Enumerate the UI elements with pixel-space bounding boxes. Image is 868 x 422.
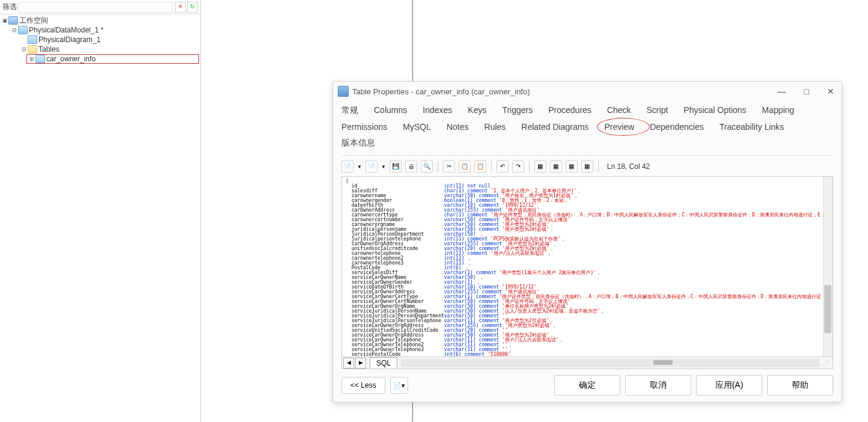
refresh-icon[interactable]: ↻ xyxy=(187,2,198,13)
expand-icon[interactable]: ⊞ xyxy=(28,56,35,62)
tree-model[interactable]: ⊟ PhysicalDataModel_1 * xyxy=(1,25,199,35)
diagram-icon xyxy=(28,35,37,44)
tree-tables-folder[interactable]: ⊟ Tables xyxy=(1,44,199,54)
tree-label: 工作空间 xyxy=(19,16,48,26)
tree-panel: 筛选 ✕ ↻ ▣ 工作空间 ⊟ PhysicalDataModel_1 * Ph… xyxy=(0,0,201,422)
folder-icon xyxy=(28,45,37,54)
horizontal-scrollbar[interactable] xyxy=(401,359,819,367)
less-button[interactable]: << Less xyxy=(341,377,385,394)
dialog-titlebar[interactable]: Table Properties - car_owner_info (car_o… xyxy=(333,82,842,101)
cursor-position: Ln 18, Col 42 xyxy=(607,162,650,171)
tab-mysql[interactable]: MySQL xyxy=(403,120,431,133)
tab-script[interactable]: Script xyxy=(647,103,668,118)
tool-opt2-icon[interactable]: ▦ xyxy=(550,161,562,173)
tool-print-icon[interactable]: 🖨 xyxy=(405,161,417,173)
help-button[interactable]: 帮助 xyxy=(767,375,833,396)
tab-rules[interactable]: Rules xyxy=(484,120,506,133)
dialog-title: Table Properties - car_owner_info (car_o… xyxy=(352,87,775,96)
apply-button[interactable]: 应用(A) xyxy=(696,375,762,396)
tool-new-icon[interactable]: 📄 xyxy=(365,161,377,173)
footer-tool-button[interactable]: 📄▾ xyxy=(390,377,408,394)
tab-preview[interactable]: Preview xyxy=(604,120,634,133)
tab-keys[interactable]: Keys xyxy=(468,103,486,118)
model-icon xyxy=(18,26,28,34)
tool-opt3-icon[interactable]: ▦ xyxy=(566,161,578,173)
tool-cut-icon[interactable]: ✂ xyxy=(443,161,455,173)
tool-copy-icon[interactable]: 📋 xyxy=(459,161,471,173)
tab-常规[interactable]: 常规 xyxy=(341,103,358,118)
dialog-footer: << Less 📄▾ 确定 取消 应用(A) 帮助 xyxy=(333,369,842,402)
tool-print-icon[interactable]: 📄 xyxy=(341,161,353,173)
tree-label: Tables xyxy=(38,45,60,54)
tool-opt1-icon[interactable]: ▦ xyxy=(534,161,546,173)
tab-prev-button[interactable]: ◀ xyxy=(343,358,354,368)
sql-tab[interactable]: SQL xyxy=(370,357,397,368)
table-properties-dialog: Table Properties - car_owner_info (car_o… xyxy=(332,81,842,402)
code-tabstrip: ◀ ▶ SQL ⋰ xyxy=(342,356,833,368)
cancel-button[interactable]: 取消 xyxy=(625,375,691,396)
filter-input[interactable] xyxy=(18,2,173,13)
tool-opt4-icon[interactable]: ▦ xyxy=(581,161,593,173)
tree-table-car-owner-info[interactable]: ⊞ car_owner_info xyxy=(26,54,199,64)
tab-traceability-links[interactable]: Traceability Links xyxy=(720,120,784,133)
sql-preview-area: ( id int(11) not null salesdiff char(1) … xyxy=(341,176,833,369)
tree-diagram[interactable]: PhysicalDiagram_1 xyxy=(1,35,199,44)
tab-notes[interactable]: Notes xyxy=(447,120,469,133)
collapse-icon[interactable]: ⊟ xyxy=(20,46,28,52)
minimize-button[interactable]: — xyxy=(775,85,789,97)
filter-clear-icon[interactable]: ✕ xyxy=(175,2,186,13)
workspace-icon xyxy=(8,16,18,25)
workspace-tree[interactable]: ▣ 工作空间 ⊟ PhysicalDataModel_1 * PhysicalD… xyxy=(0,14,200,65)
tab-physical-options[interactable]: Physical Options xyxy=(683,103,746,118)
maximize-button[interactable]: □ xyxy=(802,85,811,97)
tree-label: PhysicalDataModel_1 * xyxy=(29,26,103,34)
tab-dependencies[interactable]: Dependencies xyxy=(650,120,704,133)
expand-icon[interactable]: ▣ xyxy=(1,17,8,23)
tool-redo-icon[interactable]: ↷ xyxy=(512,161,524,173)
tab-related-diagrams[interactable]: Related Diagrams xyxy=(521,120,588,133)
tab-check[interactable]: Check xyxy=(607,103,631,118)
preview-toolbar: 📄▼ 📄▼ 💾 🖨 🔍 ✂ 📋 📋 ↶ ↷ ▦ ▦ ▦ ▦ Ln 18, Col… xyxy=(341,155,833,173)
ok-button[interactable]: 确定 xyxy=(554,375,620,396)
scrollbar-thumb[interactable] xyxy=(824,285,831,333)
tab-next-button[interactable]: ▶ xyxy=(355,358,366,368)
table-icon xyxy=(35,55,45,63)
tab-mapping[interactable]: Mapping xyxy=(762,103,795,118)
close-button[interactable]: ✕ xyxy=(825,85,837,97)
resize-grip-icon[interactable]: ⋰ xyxy=(823,359,829,366)
tool-paste-icon[interactable]: 📋 xyxy=(474,161,486,173)
tab-triggers[interactable]: Triggers xyxy=(502,103,533,118)
tab-permissions[interactable]: Permissions xyxy=(341,120,387,133)
tree-root[interactable]: ▣ 工作空间 xyxy=(1,16,199,25)
filter-label: 筛选 xyxy=(2,2,17,12)
tool-find-icon[interactable]: 🔍 xyxy=(421,161,433,173)
tree-label: car_owner_info xyxy=(46,55,96,63)
tab-procedures[interactable]: Procedures xyxy=(548,103,591,118)
collapse-icon[interactable]: ⊟ xyxy=(11,27,18,33)
sql-code[interactable]: ( id int(11) not null salesdiff char(1) … xyxy=(342,177,833,356)
dialog-tabs: 常规ColumnsIndexesKeysTriggersProceduresCh… xyxy=(333,101,842,150)
tab-indexes[interactable]: Indexes xyxy=(423,103,452,118)
tree-label: PhysicalDiagram_1 xyxy=(38,35,100,44)
tool-save-icon[interactable]: 💾 xyxy=(390,161,402,173)
vertical-scrollbar[interactable] xyxy=(823,177,833,356)
tool-undo-icon[interactable]: ↶ xyxy=(497,161,509,173)
filter-bar: 筛选 ✕ ↻ xyxy=(0,0,200,14)
tab-columns[interactable]: Columns xyxy=(374,103,407,118)
tab-版本信息[interactable]: 版本信息 xyxy=(341,136,375,150)
scrollbar-thumb[interactable] xyxy=(653,360,673,365)
table-icon xyxy=(338,86,349,97)
